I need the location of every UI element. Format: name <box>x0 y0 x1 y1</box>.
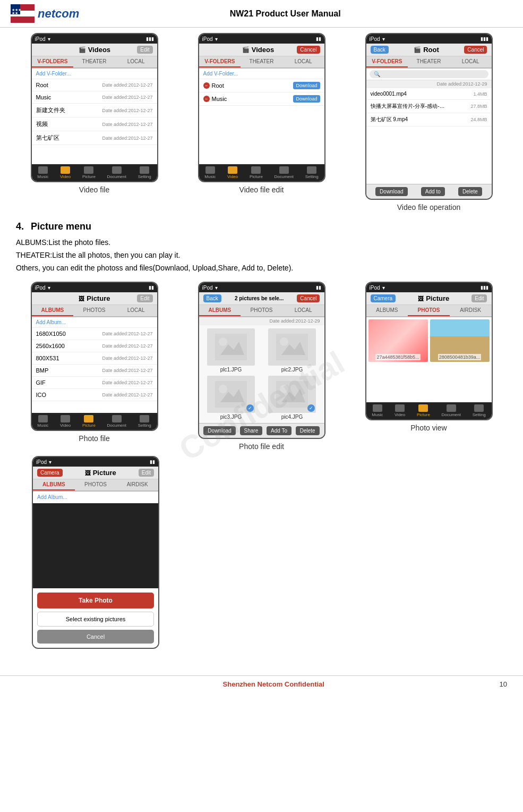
photo-view-col: iPod ▾ ▮▮▮ Camera 🖼 Picture Edit <box>350 282 507 451</box>
delete-photo-btn[interactable]: Delete <box>296 426 320 435</box>
tab-photos-p3[interactable]: PHOTOS <box>408 305 450 316</box>
tab-albums-p3[interactable]: ALBUMS <box>366 305 408 316</box>
nav-edit-btn-cam[interactable]: Edit <box>139 469 154 477</box>
camera-col: iPod ▾ ▮▮ Camera 🖼 Picture Edit <box>16 456 175 649</box>
tab-albums-p2[interactable]: ALBUMS <box>199 305 241 316</box>
download-action-btn[interactable]: Download <box>375 187 407 196</box>
tab-local-1[interactable]: LOCAL <box>115 56 157 67</box>
bottom-music-2[interactable]: Music <box>204 166 216 179</box>
bottom-setting-p1[interactable]: Setting <box>138 415 151 428</box>
addto-photo-btn[interactable]: Add To <box>267 426 291 435</box>
add-vfolder-2[interactable]: Add V-Folder... <box>199 69 324 79</box>
music-icon-p3 <box>373 404 382 412</box>
phone-list-1: Add V-Folder... Root Date added:2012-12-… <box>32 69 157 164</box>
bottom-music-1[interactable]: Music <box>37 166 48 179</box>
photo-thumb-1[interactable] <box>207 328 255 366</box>
tab-vfolders-1[interactable]: V-FOLDERS <box>32 56 74 67</box>
tab-photos-p1[interactable]: PHOTOS <box>73 305 115 316</box>
svg-point-9 <box>219 337 227 346</box>
tab-local-2[interactable]: LOCAL <box>282 56 324 67</box>
delete-action-btn[interactable]: Delete <box>458 187 482 196</box>
bottom-video-p3[interactable]: Video <box>395 404 405 417</box>
bottom-music-p1[interactable]: Music <box>37 415 48 428</box>
nav-edit-btn-p3[interactable]: Edit <box>471 294 487 302</box>
tab-photos-cam[interactable]: PHOTOS <box>75 479 117 490</box>
photo-view-grid: 27a4485381f58b5... 2808500481b39a... <box>366 317 492 402</box>
video-icon-p3 <box>395 404 405 412</box>
tab-albums-p1[interactable]: ALBUMS <box>32 305 74 316</box>
tab-airdisk-cam[interactable]: AIRDISK <box>116 479 158 490</box>
bottom-doc-1[interactable]: Document <box>107 166 126 179</box>
take-photo-btn[interactable]: Take Photo <box>37 593 154 608</box>
nav-cancel-btn-p2[interactable]: Cancel <box>297 294 320 302</box>
bottom-music-p3[interactable]: Music <box>372 404 383 417</box>
tab-theater-2[interactable]: THEATER <box>241 56 282 67</box>
bottom-doc-2[interactable]: Document <box>275 166 294 179</box>
tab-photos-p2[interactable]: PHOTOS <box>241 305 282 316</box>
list-item: BMP Date added:2012-12-27 <box>32 365 157 377</box>
nav-edit-btn-p1[interactable]: Edit <box>137 294 152 302</box>
nav-camera-btn-p3[interactable]: Camera <box>371 294 396 302</box>
bottom-picture-2[interactable]: Picture <box>250 166 263 179</box>
photo-svg-1 <box>215 334 247 360</box>
photo-label-1: plc1.JPG <box>220 367 242 373</box>
photo-beach-cell[interactable]: 2808500481b39a... <box>430 319 490 362</box>
bottom-setting-2[interactable]: Setting <box>305 166 319 179</box>
section4-line1: ALBUMS:List the photo files. <box>16 236 507 249</box>
select-existing-btn[interactable]: Select existing pictures <box>37 612 154 627</box>
tab-local-p1[interactable]: LOCAL <box>115 305 157 316</box>
bottom-video-1[interactable]: Video <box>60 166 71 179</box>
nav-cancel-btn-2[interactable]: Cancel <box>297 46 320 54</box>
bottom-picture-p3[interactable]: Picture <box>417 404 430 417</box>
tab-albums-cam[interactable]: ALBUMS <box>33 479 75 490</box>
bottom-setting-p3[interactable]: Setting <box>473 404 486 417</box>
add-album-p1[interactable]: Add Album... <box>32 317 157 328</box>
add-vfolder-1[interactable]: Add V-Folder... <box>32 69 157 79</box>
photo-thumb-4[interactable]: ✓ <box>268 376 316 413</box>
caption-video-op: Video file operation <box>397 203 461 212</box>
picture-icon-p3 <box>418 404 428 412</box>
cancel-camera-btn[interactable]: Cancel <box>37 630 154 644</box>
bottom-picture-1[interactable]: Picture <box>82 166 96 179</box>
tab-theater-1[interactable]: THEATER <box>73 56 115 67</box>
tab-vfolders-3[interactable]: V-FOLDERS <box>366 56 408 67</box>
ipod-label-p3: iPod <box>370 285 380 291</box>
tab-vfolders-2[interactable]: V-FOLDERS <box>199 56 241 67</box>
addto-action-btn[interactable]: Add to <box>421 187 445 196</box>
nav-title-3: 🎬 Root <box>414 46 439 54</box>
photo-thumb-3[interactable]: ✓ <box>207 376 255 413</box>
bottom-doc-p3[interactable]: Document <box>442 404 461 417</box>
download-btn-root[interactable]: Download <box>293 82 320 89</box>
nav-title-cam: 🖼 Picture <box>85 469 116 477</box>
bottom-picture-p1[interactable]: Picture <box>82 415 96 428</box>
nav-back-btn-3[interactable]: Back <box>371 46 389 54</box>
phone-list-2: Add V-Folder... − Root Download − Musi <box>199 69 324 164</box>
svg-point-12 <box>280 337 288 346</box>
download-photo-btn[interactable]: Download <box>203 426 235 435</box>
tab-local-p2[interactable]: LOCAL <box>282 305 324 316</box>
share-photo-btn[interactable]: Share <box>240 426 263 435</box>
bottom-doc-p1[interactable]: Document <box>107 415 126 428</box>
download-btn-music[interactable]: Download <box>293 95 320 103</box>
nav-back-btn-p2[interactable]: Back <box>203 294 221 302</box>
nav-camera-btn-cam[interactable]: Camera <box>37 469 63 477</box>
bottom-setting-1[interactable]: Setting <box>138 166 151 179</box>
bottom-video-p1[interactable]: Video <box>60 415 71 428</box>
photo-flower-cell[interactable]: 27a4485381f58b5... <box>368 319 428 362</box>
photo-thumb-2[interactable] <box>268 328 316 366</box>
tab-local-3[interactable]: LOCAL <box>450 56 492 67</box>
tab-theater-3[interactable]: THEATER <box>408 56 450 67</box>
nav-cancel-btn-3[interactable]: Cancel <box>464 46 487 54</box>
bottom-video-2[interactable]: Video <box>227 166 238 179</box>
search-input-3[interactable]: 🔍 <box>370 70 488 78</box>
photo-label-4: pic4.JPG <box>281 414 303 420</box>
svg-text:★★: ★★ <box>12 11 18 15</box>
nav-edit-btn-1[interactable]: Edit <box>137 46 152 54</box>
photo-edit-phone: iPod ▾ ▮▮ Back 2 pictures be sele... Can… <box>198 282 325 439</box>
svg-point-15 <box>219 385 227 393</box>
tab-airdisk-p3[interactable]: AIRDISK <box>450 305 492 316</box>
camera-preview <box>33 503 158 588</box>
add-album-cam[interactable]: Add Album... <box>33 492 158 503</box>
photo-cell-2: pic2.JPG <box>263 328 321 373</box>
list-item: GIF Date added:2012-12-27 <box>32 377 157 389</box>
